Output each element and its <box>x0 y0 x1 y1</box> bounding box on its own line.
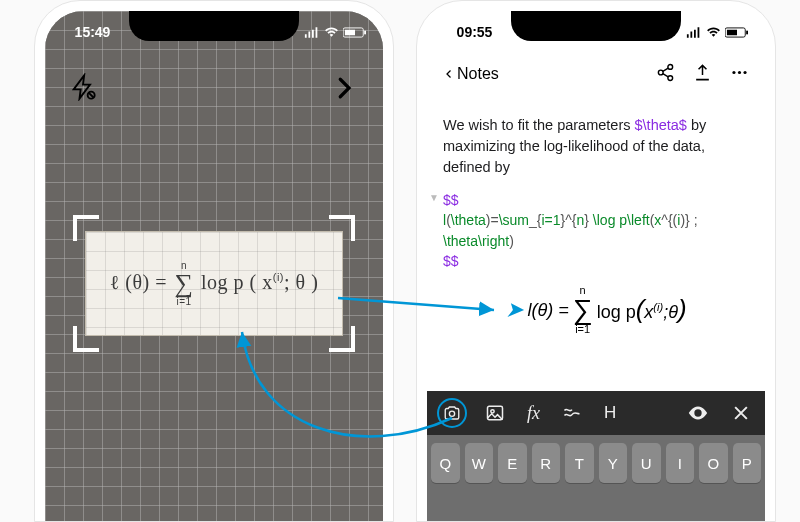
key[interactable]: T <box>565 443 594 483</box>
camera-tool-button[interactable] <box>437 398 467 428</box>
status-icons <box>670 27 765 38</box>
sketch-tool-button[interactable] <box>558 399 586 427</box>
image-tool-button[interactable] <box>481 399 509 427</box>
flash-toggle-button[interactable] <box>67 71 99 106</box>
svg-point-8 <box>658 70 663 75</box>
editor-content[interactable]: We wish to fit the parameters $\theta$ b… <box>427 107 765 391</box>
status-time: 09:55 <box>427 24 522 40</box>
svg-rect-5 <box>727 29 737 35</box>
latex-block: ▼ $$ l(\theta)=\sum_{i=1}^{n} \log p\lef… <box>443 190 749 271</box>
phone-camera: 15:49 ℓ (θ) = n∑i=1 log p ( x(i); θ ) <box>34 0 394 522</box>
back-button[interactable]: Notes <box>441 63 501 85</box>
heading-tool-button[interactable]: H <box>600 399 620 427</box>
arrowhead-icon: ➤ <box>505 294 523 326</box>
svg-point-12 <box>743 71 746 74</box>
key[interactable]: Y <box>599 443 628 483</box>
preview-button[interactable] <box>683 398 713 428</box>
editor-toolbar: fx H <box>427 391 765 435</box>
svg-point-13 <box>449 411 454 416</box>
key[interactable]: U <box>632 443 661 483</box>
formula-tool-button[interactable]: fx <box>523 399 544 428</box>
export-button[interactable] <box>691 61 714 87</box>
close-keyboard-button[interactable] <box>727 399 755 427</box>
key[interactable]: I <box>666 443 695 483</box>
key[interactable]: Q <box>431 443 460 483</box>
navbar: Notes <box>427 59 765 89</box>
next-button[interactable] <box>327 71 361 108</box>
svg-point-11 <box>738 71 741 74</box>
svg-point-9 <box>668 76 673 81</box>
svg-point-15 <box>491 410 494 413</box>
back-label: Notes <box>457 65 499 83</box>
svg-rect-2 <box>364 30 366 34</box>
key[interactable]: E <box>498 443 527 483</box>
more-button[interactable] <box>728 61 751 87</box>
keyboard[interactable]: Q W E R T Y U I O P <box>427 435 765 521</box>
phone-editor: 09:55 Notes <box>416 0 776 522</box>
key[interactable]: O <box>699 443 728 483</box>
handwritten-paper: ℓ (θ) = n∑i=1 log p ( x(i); θ ) <box>85 231 343 336</box>
svg-rect-1 <box>345 29 355 35</box>
share-button[interactable] <box>654 61 677 87</box>
svg-rect-6 <box>746 30 748 34</box>
svg-point-7 <box>668 65 673 70</box>
scan-frame: ℓ (θ) = n∑i=1 log p ( x(i); θ ) <box>79 221 349 346</box>
paragraph: We wish to fit the parameters $\theta$ b… <box>443 115 749 178</box>
status-time: 15:49 <box>45 24 140 40</box>
rendered-equation: ➤ l(θ) = n∑i=1 log p(x(i);θ) <box>443 285 749 335</box>
key[interactable]: W <box>465 443 494 483</box>
key[interactable]: P <box>733 443 762 483</box>
svg-point-10 <box>732 71 735 74</box>
handwritten-equation: ℓ (θ) = n∑i=1 log p ( x(i); θ ) <box>110 261 319 307</box>
key[interactable]: R <box>532 443 561 483</box>
status-icons <box>288 27 383 38</box>
fold-triangle-icon[interactable]: ▼ <box>429 191 439 206</box>
